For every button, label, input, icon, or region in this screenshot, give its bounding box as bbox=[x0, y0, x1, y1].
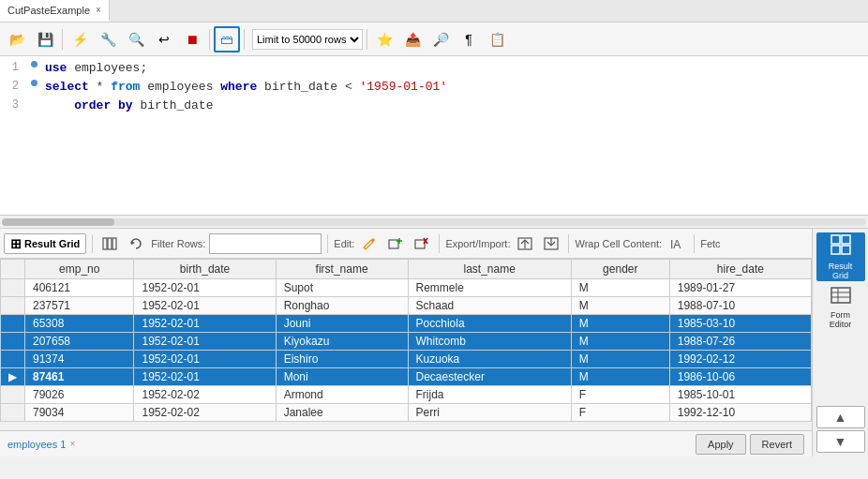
col-hire_date[interactable]: hire_date bbox=[669, 260, 811, 279]
col-gender[interactable]: gender bbox=[571, 260, 669, 279]
table-cell[interactable]: F bbox=[571, 386, 669, 404]
table-cell[interactable]: 1989-01-27 bbox=[669, 279, 811, 297]
star-btn[interactable]: ⭐ bbox=[371, 26, 397, 52]
table-cell[interactable]: 207658 bbox=[25, 333, 134, 351]
table-cell[interactable]: 1992-12-10 bbox=[669, 404, 811, 422]
import-btn[interactable] bbox=[514, 232, 536, 255]
limit-select[interactable]: Limit to 50000 rowsLimit to 1000 rowsNo … bbox=[252, 29, 363, 50]
table-scroll[interactable]: emp_no birth_date first_name last_name g… bbox=[0, 259, 812, 430]
horizontal-scrollbar[interactable] bbox=[0, 216, 868, 229]
form-editor-sidebar-btn[interactable]: Form Editor bbox=[816, 283, 865, 332]
table-row[interactable]: 913741952-02-01EishiroKuzuokaM1992-02-12 bbox=[1, 351, 812, 368]
sql-editor[interactable]: 1 use employees; 2 select * from employe… bbox=[0, 56, 868, 216]
export-btn[interactable] bbox=[540, 232, 562, 255]
column-chooser-btn[interactable] bbox=[98, 232, 121, 255]
col-first_name[interactable]: first_name bbox=[276, 260, 408, 279]
table-cell[interactable]: Kuzuoka bbox=[408, 351, 571, 368]
find-btn[interactable]: 🔍 bbox=[123, 26, 149, 52]
table-row[interactable]: 2375711952-02-01RonghaoSchaadM1988-07-10 bbox=[1, 297, 812, 315]
footer-tab-close[interactable]: × bbox=[69, 439, 75, 449]
scroll-thumb[interactable] bbox=[2, 218, 114, 226]
table-cell[interactable]: 1952-02-01 bbox=[134, 333, 276, 351]
table-cell[interactable]: 87461 bbox=[25, 368, 134, 386]
table-cell[interactable]: 1952-02-01 bbox=[134, 279, 276, 297]
table-cell[interactable]: 79026 bbox=[25, 386, 134, 404]
explain-btn[interactable]: 🔧 bbox=[95, 26, 121, 52]
table-row[interactable]: 653081952-02-01JouniPocchiolaM1985-03-10 bbox=[1, 315, 812, 333]
table-cell[interactable]: Remmele bbox=[408, 279, 571, 297]
export2-btn[interactable]: 📋 bbox=[484, 26, 510, 52]
table-cell[interactable]: Armond bbox=[276, 386, 408, 404]
result-grid-sidebar-btn[interactable]: Result Grid bbox=[816, 232, 865, 281]
table-cell[interactable]: Eishiro bbox=[276, 351, 408, 368]
refresh-btn[interactable] bbox=[125, 232, 147, 255]
search2-btn[interactable]: 🔎 bbox=[427, 26, 454, 52]
table-cell[interactable]: 1952-02-02 bbox=[134, 404, 276, 422]
table-cell[interactable]: 1952-02-01 bbox=[134, 297, 276, 315]
table-cell[interactable]: F bbox=[571, 404, 669, 422]
edit-delete-btn[interactable] bbox=[411, 232, 433, 255]
table-row[interactable]: 4061211952-02-01SupotRemmeleM1989-01-27 bbox=[1, 279, 812, 297]
filter-input[interactable] bbox=[209, 233, 322, 254]
tab-cutpasteexample[interactable]: CutPasteExample × bbox=[0, 0, 110, 22]
table-cell[interactable]: 1952-02-02 bbox=[134, 386, 276, 404]
footer-tab[interactable]: employees 1 × bbox=[7, 439, 75, 450]
send-btn[interactable]: 📤 bbox=[399, 26, 426, 52]
execute-btn[interactable]: ⚡ bbox=[67, 26, 93, 52]
stop-btn[interactable]: ⏹ bbox=[179, 26, 205, 52]
table-cell[interactable]: 1952-02-01 bbox=[134, 368, 276, 386]
open-folder-btn[interactable]: 📂 bbox=[4, 26, 30, 52]
table-cell[interactable]: 1985-10-01 bbox=[669, 386, 811, 404]
scroll-track[interactable] bbox=[2, 218, 866, 226]
table-row[interactable]: ▶874611952-02-01MoniDecaesteckerM1986-10… bbox=[1, 368, 812, 386]
table-cell[interactable]: M bbox=[571, 279, 669, 297]
table-cell[interactable]: 1952-02-01 bbox=[134, 351, 276, 368]
table-cell[interactable]: Janalee bbox=[276, 404, 408, 422]
table-row[interactable]: 790261952-02-02ArmondFrijdaF1985-10-01 bbox=[1, 386, 812, 404]
edit-plus-btn[interactable] bbox=[384, 232, 407, 255]
table-cell[interactable]: Jouni bbox=[276, 315, 408, 333]
col-birth_date[interactable]: birth_date bbox=[134, 260, 276, 279]
table-cell[interactable]: 65308 bbox=[25, 315, 134, 333]
table-cell[interactable]: Pocchiola bbox=[408, 315, 571, 333]
undo-btn[interactable]: ↩ bbox=[151, 26, 177, 52]
apply-btn[interactable]: Apply bbox=[696, 434, 746, 455]
table-cell[interactable]: M bbox=[571, 351, 669, 368]
wrap-btn[interactable]: IA bbox=[666, 232, 688, 255]
table-cell[interactable]: 1988-07-10 bbox=[669, 297, 811, 315]
table-cell[interactable]: M bbox=[571, 297, 669, 315]
table-cell[interactable]: Whitcomb bbox=[408, 333, 571, 351]
toggle-btn[interactable]: 🗃 bbox=[214, 26, 240, 52]
tab-close-btn[interactable]: × bbox=[96, 5, 101, 15]
scroll-down-btn[interactable]: ▼ bbox=[816, 430, 865, 453]
table-cell[interactable]: Perri bbox=[408, 404, 571, 422]
table-row[interactable]: 2076581952-02-01KiyokazuWhitcombM1988-07… bbox=[1, 333, 812, 351]
table-cell[interactable]: 1985-03-10 bbox=[669, 315, 811, 333]
table-cell[interactable]: 406121 bbox=[25, 279, 134, 297]
table-cell[interactable]: 79034 bbox=[25, 404, 134, 422]
table-cell[interactable]: M bbox=[571, 333, 669, 351]
table-cell[interactable]: Schaad bbox=[408, 297, 571, 315]
table-row[interactable]: 790341952-02-02JanaleePerriF1992-12-10 bbox=[1, 404, 812, 422]
save-btn[interactable]: 💾 bbox=[32, 26, 58, 52]
table-cell[interactable]: 1952-02-01 bbox=[134, 315, 276, 333]
table-cell[interactable]: Kiyokazu bbox=[276, 333, 408, 351]
edit-pencil-btn[interactable] bbox=[358, 232, 381, 255]
format-btn[interactable]: ¶ bbox=[456, 26, 482, 52]
table-cell[interactable]: Ronghao bbox=[276, 297, 408, 315]
table-cell[interactable]: 91374 bbox=[25, 351, 134, 368]
table-cell[interactable]: Moni bbox=[276, 368, 408, 386]
table-cell[interactable]: M bbox=[571, 368, 669, 386]
table-cell[interactable]: 1988-07-26 bbox=[669, 333, 811, 351]
table-cell[interactable]: Decaestecker bbox=[408, 368, 571, 386]
col-last_name[interactable]: last_name bbox=[408, 260, 571, 279]
table-cell[interactable]: 237571 bbox=[25, 297, 134, 315]
table-cell[interactable]: M bbox=[571, 315, 669, 333]
result-grid-btn[interactable]: ⊞ Result Grid bbox=[4, 233, 86, 254]
table-cell[interactable]: 1992-02-12 bbox=[669, 351, 811, 368]
table-cell[interactable]: Frijda bbox=[408, 386, 571, 404]
table-cell[interactable]: Supot bbox=[276, 279, 408, 297]
revert-btn[interactable]: Revert bbox=[750, 434, 804, 455]
scroll-up-btn[interactable]: ▲ bbox=[816, 406, 865, 428]
table-cell[interactable]: 1986-10-06 bbox=[669, 368, 811, 386]
